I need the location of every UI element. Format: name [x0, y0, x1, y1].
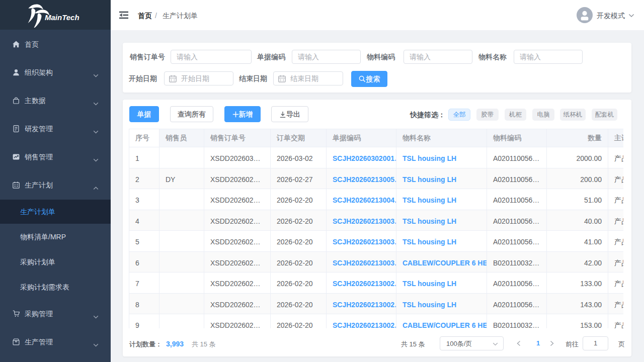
svg-text:MainTech: MainTech	[45, 13, 79, 22]
